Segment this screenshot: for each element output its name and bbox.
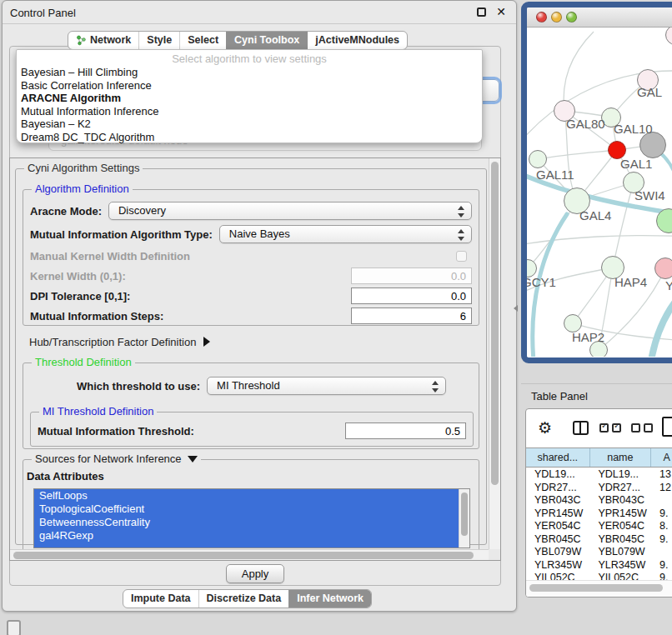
dpi-tolerance-input[interactable] [351, 288, 472, 304]
select-all-checkbox-icon[interactable] [612, 423, 621, 432]
table-row[interactable]: YDL19...YDL19...13 [526, 468, 672, 482]
table-row[interactable]: YBL079WYBL079W [526, 546, 672, 559]
table-cell[interactable]: YER054C [526, 520, 589, 533]
tab-select[interactable]: Select [179, 32, 226, 49]
tab-discretize-data[interactable]: Discretize Data [198, 590, 289, 608]
manual-kernel-checkbox[interactable] [456, 251, 467, 262]
tab-style[interactable]: Style [138, 32, 179, 49]
table-cell[interactable]: YPR145W [526, 508, 589, 521]
algorithm-option[interactable]: Dream8 DC_TDC Algorithm [17, 131, 482, 144]
table-cell[interactable] [651, 546, 672, 559]
hub-tf-section-toggle[interactable]: Hub/Transcription Factor Definition [29, 336, 210, 348]
tab-cyni-toolbox[interactable]: Cyni Toolbox [226, 32, 307, 49]
cytopanel-dock-icon[interactable] [7, 620, 21, 635]
attribute-item[interactable]: SelfLoops [34, 489, 469, 502]
table-cell[interactable]: YER054C [589, 520, 651, 533]
table-cell[interactable]: YDR27... [589, 482, 651, 495]
table-cell[interactable]: 12 [651, 482, 672, 495]
float-window-icon[interactable] [477, 8, 486, 17]
minimize-traffic-light-icon[interactable] [551, 12, 562, 22]
gear-icon[interactable]: ⚙ [538, 418, 552, 437]
tab-infer-network[interactable]: Infer Network [288, 590, 371, 608]
table-cell[interactable]: YPR145W [589, 508, 651, 521]
unselect-all-checkbox-icon[interactable] [644, 423, 653, 432]
algorithm-option[interactable]: Basic Correlation Inference [17, 79, 482, 92]
table-cell[interactable]: YLR345W [589, 559, 651, 572]
table-cell[interactable]: YBL079W [589, 546, 651, 559]
table-cell[interactable]: 9. [651, 508, 672, 521]
table-row[interactable]: YBR045CYBR045C9. [526, 533, 672, 547]
table-cell[interactable]: YBL079W [526, 546, 589, 559]
table-cell[interactable]: YBR045C [526, 533, 589, 547]
scrollbar-thumb[interactable] [529, 584, 663, 592]
attribute-item[interactable]: gal4RGexp [34, 529, 469, 542]
algorithm-option[interactable]: ARACNE Algorithm [17, 92, 482, 105]
network-node[interactable] [654, 258, 672, 279]
table-cell[interactable]: YBR045C [589, 533, 651, 547]
table-row[interactable]: YIL052CYIL052C9. [526, 572, 672, 580]
data-attributes-list[interactable]: SelfLoopsTopologicalCoefficientBetweenne… [33, 488, 470, 548]
table-row[interactable]: YBR043CYBR043C [526, 494, 672, 508]
group-title: Algorithm Definition [32, 182, 133, 196]
table-row[interactable]: YER054CYER054C8. [526, 520, 672, 533]
algorithm-option[interactable]: Mutual Information Inference [17, 105, 482, 118]
algorithm-option[interactable]: Bayesian – Hill Climbing [17, 66, 482, 79]
attribute-item[interactable] [34, 542, 469, 548]
table-cell[interactable]: 8. [651, 520, 672, 533]
settings-horizontal-scrollbar[interactable] [10, 549, 489, 560]
scrollbar-thumb[interactable] [491, 162, 499, 485]
scrollbar-thumb[interactable] [461, 492, 468, 536]
tab-impute-data[interactable]: Impute Data [123, 590, 198, 608]
panel-collapse-handle[interactable] [514, 305, 518, 312]
mi-type-combo[interactable]: Naive Bayes [219, 225, 472, 243]
table-cell[interactable]: 9. [651, 559, 672, 572]
mi-threshold-input[interactable] [345, 422, 466, 439]
table-cell[interactable]: YBR043C [589, 494, 651, 508]
table-cell[interactable]: YBR043C [526, 494, 589, 508]
table-row[interactable]: YLR345WYLR345W9. [526, 559, 672, 572]
table-cell[interactable]: YDR27... [526, 482, 589, 495]
table-cell[interactable]: 9. [651, 572, 672, 580]
export-table-icon[interactable] [662, 417, 672, 437]
unselect-all-checkbox-icon[interactable] [631, 423, 640, 432]
attribute-item[interactable]: BetweennessCentrality [34, 516, 469, 529]
aracne-mode-combo[interactable]: Discovery [108, 202, 472, 220]
attribute-list-scrollbar[interactable] [459, 489, 469, 548]
zoom-traffic-light-icon[interactable] [566, 12, 577, 22]
table-row[interactable]: YPR145WYPR145W9. [526, 508, 672, 521]
scrollbar-thumb[interactable] [13, 552, 474, 559]
table-cell[interactable]: YLR345W [526, 559, 589, 572]
table-cell[interactable]: YIL052C [589, 572, 651, 580]
table-cell[interactable] [651, 494, 672, 508]
close-icon[interactable]: ✕ [496, 5, 506, 18]
columns-icon[interactable] [573, 421, 589, 435]
which-threshold-label: Which threshold to use: [77, 380, 200, 392]
table-cell[interactable]: YIL052C [526, 572, 589, 580]
network-node[interactable] [529, 150, 547, 168]
table-cell[interactable]: 13 [651, 468, 672, 482]
table-row[interactable]: YDR27...YDR27...12 [526, 482, 672, 495]
column-header-a[interactable]: A [651, 448, 672, 467]
network-canvas[interactable]: GALGAL80GAL10GAL1GAL11SWI4GAL4GCY1HAP4YH… [527, 28, 672, 357]
select-all-checkbox-icon[interactable] [599, 423, 609, 432]
column-header-shared[interactable]: shared... [526, 448, 590, 467]
table-horizontal-scrollbar[interactable] [526, 580, 672, 597]
attribute-item[interactable]: TopologicalCoefficient [34, 502, 469, 516]
mi-threshold-label: Mutual Information Threshold: [38, 425, 194, 438]
tab-jactivemnodules[interactable]: jActiveMNodules [307, 32, 407, 49]
settings-vertical-scrollbar[interactable] [489, 158, 500, 549]
table-cell[interactable]: YDL19... [526, 468, 589, 482]
kernel-width-label: Kernel Width (0,1): [30, 270, 126, 282]
hub-tf-label: Hub/Transcription Factor Definition [29, 336, 196, 348]
table-cell[interactable]: YDL19... [589, 468, 651, 482]
which-threshold-combo[interactable]: MI Threshold [207, 377, 446, 395]
close-traffic-light-icon[interactable] [536, 12, 547, 22]
apply-button[interactable]: Apply [226, 564, 284, 583]
kernel-width-input[interactable] [351, 268, 472, 284]
tab-network[interactable]: Network [68, 32, 138, 49]
column-header-name[interactable]: name [590, 448, 652, 467]
network-window-titlebar[interactable] [527, 8, 672, 28]
mi-steps-input[interactable] [351, 308, 472, 324]
algorithm-option[interactable]: Bayesian – K2 [17, 118, 482, 131]
table-cell[interactable]: 9. [651, 533, 672, 547]
